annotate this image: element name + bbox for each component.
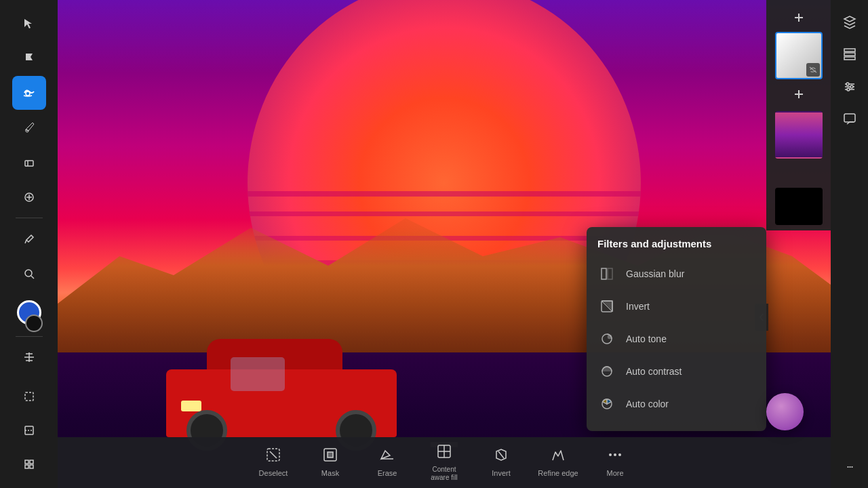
content-aware-fill-label: Contentaware fill — [431, 466, 457, 482]
selection-brush-tool[interactable] — [12, 76, 46, 109]
comment-button[interactable] — [835, 104, 865, 134]
svg-rect-18 — [25, 460, 28, 464]
deselect-icon — [265, 447, 281, 467]
auto-contrast-label: Auto contrast — [626, 366, 682, 377]
invert-icon — [597, 297, 616, 316]
content-aware-fill-icon — [436, 443, 452, 464]
bottom-toolbar: Deselect Mask Erase Contentaware fill In… — [58, 437, 831, 488]
svg-line-2 — [26, 129, 28, 131]
invert-item[interactable]: Invert — [587, 290, 766, 323]
more-bottom-tool[interactable]: More — [588, 441, 642, 485]
svg-rect-3 — [25, 161, 33, 166]
eraser-tool[interactable] — [12, 146, 46, 179]
erase-icon — [379, 447, 395, 467]
car-element — [153, 315, 410, 451]
svg-line-51 — [498, 451, 504, 458]
auto-color-label: Auto color — [626, 399, 669, 409]
erase-tool-bottom[interactable]: Erase — [360, 441, 414, 485]
toolbar-divider-1 — [16, 218, 43, 218]
auto-tone-label: Auto tone — [626, 333, 667, 344]
auto-color-item[interactable]: Auto color — [587, 388, 766, 420]
toolbar-divider-2 — [16, 336, 43, 337]
eyedropper-tool[interactable] — [12, 222, 46, 256]
floating-action-button[interactable] — [766, 393, 804, 430]
invert-label: Invert — [626, 301, 650, 312]
svg-point-30 — [847, 88, 850, 91]
secondary-color-swatch[interactable] — [25, 314, 43, 332]
svg-rect-36 — [601, 268, 606, 279]
color-swatch-black — [775, 188, 823, 225]
grid-tool[interactable] — [12, 447, 46, 481]
refine-edge-icon — [550, 447, 566, 467]
layers-button[interactable] — [835, 7, 865, 37]
deselect-label: Deselect — [259, 469, 288, 478]
right-toolbar: ··· — [831, 0, 868, 488]
layer-thumb-1[interactable] — [775, 32, 823, 79]
color-swatches — [12, 298, 46, 332]
grid-tools — [12, 380, 46, 481]
adjustments-button[interactable] — [835, 72, 865, 102]
svg-rect-23 — [844, 53, 855, 56]
layer-visibility-1[interactable] — [806, 63, 820, 77]
svg-rect-24 — [844, 57, 855, 60]
svg-point-9 — [25, 270, 32, 277]
healing-tool[interactable] — [12, 180, 46, 214]
more-vert-button[interactable]: ··· — [835, 451, 865, 481]
auto-tone-icon — [597, 329, 616, 348]
svg-point-52 — [609, 453, 612, 456]
refine-edge-label: Refine edge — [538, 469, 578, 478]
more-bottom-label: More — [606, 469, 623, 478]
svg-point-40 — [608, 336, 612, 339]
erase-label: Erase — [378, 469, 397, 478]
add-adjustment-button[interactable] — [785, 82, 812, 106]
crop-tool[interactable] — [12, 380, 46, 413]
svg-line-44 — [270, 451, 277, 458]
refine-edge-tool[interactable]: Refine edge — [531, 441, 585, 485]
auto-contrast-icon — [597, 362, 616, 381]
svg-point-28 — [846, 83, 849, 85]
svg-point-1 — [26, 92, 30, 96]
layer-thumb-2[interactable] — [775, 111, 823, 159]
filters-panel: Filters and adjustments Gaussian blur In… — [587, 227, 766, 431]
svg-marker-0 — [24, 19, 32, 28]
invert-bottom-tool[interactable]: Invert — [474, 441, 528, 485]
gaussian-blur-label: Gaussian blur — [626, 268, 684, 279]
select-tool[interactable] — [12, 7, 46, 40]
svg-rect-20 — [25, 465, 28, 468]
svg-line-8 — [25, 240, 26, 243]
invert-bottom-label: Invert — [492, 469, 511, 478]
content-aware-fill-tool[interactable]: Contentaware fill — [417, 441, 471, 485]
svg-rect-31 — [844, 114, 855, 122]
flag-tool[interactable] — [12, 41, 46, 75]
svg-rect-37 — [608, 268, 612, 279]
more-bottom-icon — [607, 447, 623, 467]
mask-tool[interactable]: Mask — [303, 441, 357, 485]
svg-point-54 — [618, 453, 621, 456]
transform-tool[interactable] — [12, 341, 46, 374]
invert-bottom-icon — [493, 447, 509, 467]
layers-stack-button[interactable] — [835, 39, 865, 69]
brush-tool[interactable] — [12, 111, 46, 144]
auto-tone-item[interactable]: Auto tone — [587, 323, 766, 355]
mask-icon — [322, 447, 338, 467]
mask-label: Mask — [321, 469, 339, 478]
svg-point-53 — [614, 453, 616, 456]
auto-contrast-item[interactable]: Auto contrast — [587, 355, 766, 388]
svg-rect-22 — [844, 49, 855, 52]
auto-color-icon — [597, 394, 616, 413]
zoom-tool[interactable] — [12, 257, 46, 290]
svg-line-10 — [31, 276, 34, 279]
gaussian-blur-item[interactable]: Gaussian blur — [587, 258, 766, 290]
add-layer-button[interactable] — [785, 5, 812, 29]
gaussian-blur-icon — [597, 264, 616, 283]
svg-rect-19 — [30, 460, 33, 464]
svg-point-29 — [850, 85, 853, 88]
svg-rect-46 — [328, 452, 333, 458]
warp-tool[interactable] — [12, 413, 46, 447]
deselect-tool[interactable]: Deselect — [246, 441, 300, 485]
left-toolbar — [0, 0, 58, 488]
filters-panel-title: Filters and adjustments — [587, 238, 766, 258]
svg-rect-15 — [25, 392, 33, 401]
layers-panel — [766, 0, 831, 230]
svg-rect-21 — [30, 465, 33, 468]
